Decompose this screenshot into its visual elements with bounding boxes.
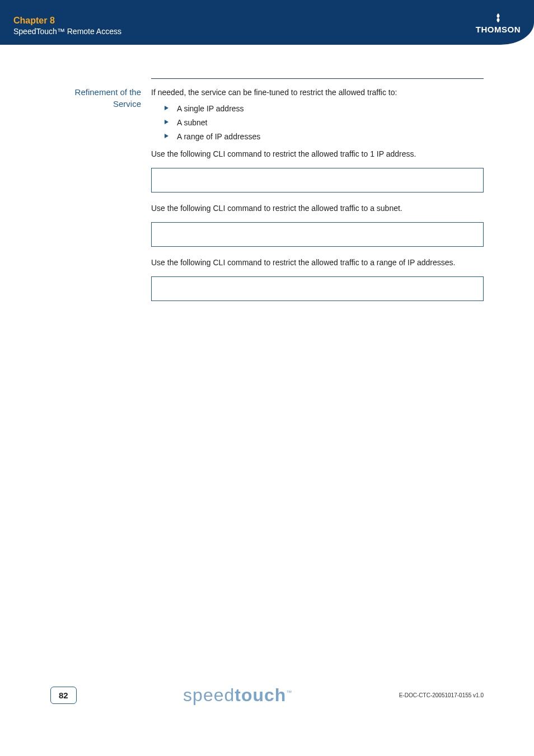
header-left: Chapter 8 SpeedTouch™ Remote Access (13, 16, 121, 36)
content-area: Refinement of the Service If needed, the… (0, 45, 534, 311)
brand-icon (493, 12, 504, 24)
cli-instruction-1: Use the following CLI command to restric… (151, 148, 484, 160)
page-number: 82 (50, 687, 77, 704)
code-box-2 (151, 222, 484, 247)
logo-tm: ™ (286, 689, 292, 696)
list-item: A single IP address (165, 103, 484, 115)
brand-text: THOMSON (476, 25, 521, 34)
list-item: A range of IP addresses (165, 131, 484, 143)
code-box-3 (151, 276, 484, 301)
logo-prefix: speed (183, 685, 235, 705)
header-bar: Chapter 8 SpeedTouch™ Remote Access THOM… (0, 0, 534, 45)
chapter-subtitle: SpeedTouch™ Remote Access (13, 27, 121, 36)
footer: 82 speedtouch™ E-DOC-CTC-20051017-0155 v… (0, 685, 534, 706)
bullet-list: A single IP address A subnet A range of … (151, 103, 484, 143)
cli-instruction-2: Use the following CLI command to restric… (151, 203, 484, 214)
section-label: Refinement of the Service (50, 78, 151, 110)
section-label-line2: Service (113, 99, 141, 109)
document-id: E-DOC-CTC-20051017-0155 v1.0 (399, 692, 484, 698)
section-divider (151, 78, 484, 79)
chapter-title: Chapter 8 (13, 16, 121, 26)
cli-instruction-3: Use the following CLI command to restric… (151, 257, 484, 269)
speedtouch-logo: speedtouch™ (183, 685, 292, 706)
section-row: Refinement of the Service If needed, the… (50, 78, 484, 311)
logo-bold: touch (235, 685, 286, 705)
thomson-logo: THOMSON (476, 12, 521, 34)
list-item: A subnet (165, 117, 484, 129)
intro-text: If needed, the service can be fine-tuned… (151, 87, 484, 98)
code-box-1 (151, 168, 484, 192)
section-label-line1: Refinement of the (75, 87, 141, 97)
header-brand: THOMSON (476, 12, 521, 34)
section-body: If needed, the service can be fine-tuned… (151, 78, 484, 311)
